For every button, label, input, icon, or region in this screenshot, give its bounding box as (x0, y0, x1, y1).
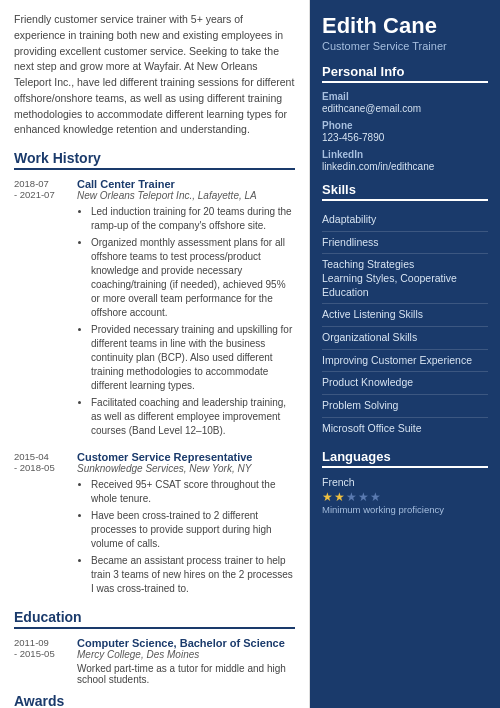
candidate-name: Edith Cane (322, 14, 488, 38)
email-label: Email (322, 91, 488, 102)
work-bullets: Led induction training for 20 teams duri… (77, 205, 295, 438)
right-column: Edith Cane Customer Service Trainer Pers… (310, 0, 500, 708)
email-block: Email edithcane@email.com (322, 91, 488, 114)
skill-item: Product Knowledge (322, 372, 488, 395)
edu-description: Worked part-time as a tutor for middle a… (77, 663, 295, 685)
languages-header: Languages (322, 449, 488, 468)
skill-item: Active Listening Skills (322, 304, 488, 327)
work-details: Customer Service RepresentativeSunknowle… (69, 451, 295, 599)
skills-section: AdaptabilityFriendlinessTeaching Strateg… (322, 209, 488, 439)
skill-item: Adaptability (322, 209, 488, 232)
list-item: Organized monthly assessment plans for a… (91, 236, 295, 320)
skill-item: Teaching Strategies Learning Styles, Coo… (322, 254, 488, 304)
skill-item: Problem Solving (322, 395, 488, 418)
empty-star-icon: ★ (370, 490, 382, 504)
skill-item: Organizational Skills (322, 327, 488, 350)
filled-star-icon: ★ (334, 490, 346, 504)
work-company: New Orleans Teleport Inc., Lafayette, LA (77, 190, 295, 201)
work-history-header: Work History (14, 150, 295, 170)
list-item: Facilitated coaching and leadership trai… (91, 396, 295, 438)
left-column: Friendly customer service trainer with 5… (0, 0, 310, 708)
list-item: Became an assistant process trainer to h… (91, 554, 295, 596)
list-item: Have been cross-trained to 2 different p… (91, 509, 295, 551)
skill-item: Improving Customer Experience (322, 350, 488, 373)
linkedin-label: LinkedIn (322, 149, 488, 160)
education-entry: 2011-09 - 2015-05Computer Science, Bache… (14, 637, 295, 685)
edu-school: Mercy College, Des Moines (77, 649, 295, 660)
list-item: Provided necessary training and upskilli… (91, 323, 295, 393)
language-item: French★★★★★Minimum working proficiency (322, 476, 488, 515)
skill-item: Microsoft Office Suite (322, 418, 488, 440)
edu-details: Computer Science, Bachelor of ScienceMer… (69, 637, 295, 685)
job-title: Customer Service Trainer (322, 40, 488, 52)
language-stars: ★★★★★ (322, 490, 488, 504)
work-company: Sunknowledge Services, New York, NY (77, 463, 295, 474)
edu-date: 2011-09 - 2015-05 (14, 637, 69, 685)
work-entry: 2018-07 - 2021-07Call Center TrainerNew … (14, 178, 295, 441)
work-entry: 2015-04 - 2018-05Customer Service Repres… (14, 451, 295, 599)
empty-star-icon: ★ (358, 490, 370, 504)
edu-degree: Computer Science, Bachelor of Science (77, 637, 295, 649)
skill-item: Friendliness (322, 232, 488, 255)
phone-block: Phone 123-456-7890 (322, 120, 488, 143)
education-header: Education (14, 609, 295, 629)
work-history-section: 2018-07 - 2021-07Call Center TrainerNew … (14, 178, 295, 599)
work-bullets: Received 95+ CSAT score throughout the w… (77, 478, 295, 596)
phone-label: Phone (322, 120, 488, 131)
list-item: Led induction training for 20 teams duri… (91, 205, 295, 233)
name-block: Edith Cane Customer Service Trainer (322, 14, 488, 52)
email-value: edithcane@email.com (322, 103, 488, 114)
personal-info-header: Personal Info (322, 64, 488, 83)
awards-header: Awards (14, 693, 295, 708)
work-details: Call Center TrainerNew Orleans Teleport … (69, 178, 295, 441)
work-title: Customer Service Representative (77, 451, 295, 463)
education-section: 2011-09 - 2015-05Computer Science, Bache… (14, 637, 295, 685)
work-title: Call Center Trainer (77, 178, 295, 190)
summary-text: Friendly customer service trainer with 5… (14, 12, 295, 138)
linkedin-value: linkedin.com/in/edithcane (322, 161, 488, 172)
list-item: Received 95+ CSAT score throughout the w… (91, 478, 295, 506)
work-date: 2015-04 - 2018-05 (14, 451, 69, 599)
languages-section: French★★★★★Minimum working proficiency (322, 476, 488, 515)
filled-star-icon: ★ (322, 490, 334, 504)
phone-value: 123-456-7890 (322, 132, 488, 143)
skills-header: Skills (322, 182, 488, 201)
linkedin-block: LinkedIn linkedin.com/in/edithcane (322, 149, 488, 172)
empty-star-icon: ★ (346, 490, 358, 504)
language-name: French (322, 476, 488, 488)
language-level: Minimum working proficiency (322, 504, 488, 515)
work-date: 2018-07 - 2021-07 (14, 178, 69, 441)
